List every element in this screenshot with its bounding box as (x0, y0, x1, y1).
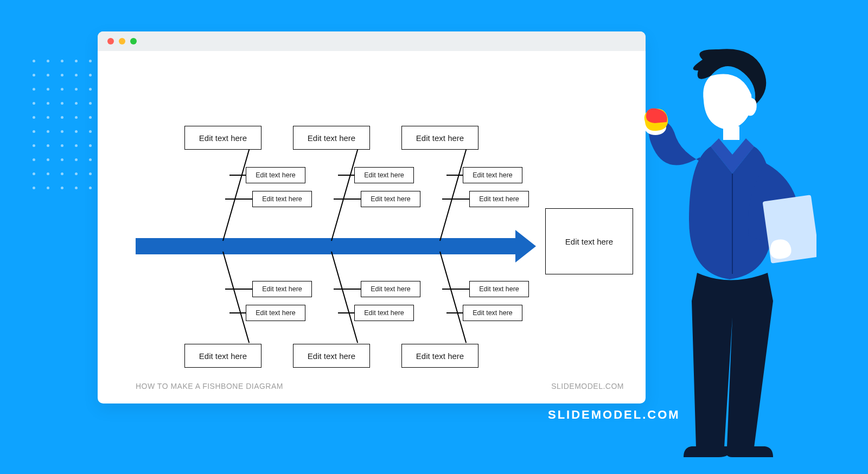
cause-box[interactable]: Edit text here (463, 167, 522, 183)
tick (446, 175, 463, 176)
fishbone-diagram: Edit text here Edit text here Edit text … (136, 116, 624, 371)
window-titlebar (98, 31, 646, 51)
cause-box[interactable]: Edit text here (354, 305, 414, 321)
footer-right-text: SLIDEMODEL.COM (551, 382, 624, 390)
category-top-3[interactable]: Edit text here (401, 126, 478, 150)
bone-top-3 (439, 150, 467, 241)
bone-top-2 (331, 150, 358, 241)
person-illustration (637, 46, 816, 458)
cause-box[interactable]: Edit text here (354, 167, 414, 183)
tick (442, 198, 469, 200)
tick (229, 312, 246, 313)
svg-rect-0 (723, 126, 739, 140)
category-top-2[interactable]: Edit text here (293, 126, 370, 150)
spine-arrow (136, 238, 515, 254)
cause-box[interactable]: Edit text here (469, 281, 529, 297)
minimize-icon[interactable] (119, 38, 125, 44)
footer-left-text: HOW TO MAKE A FISHBONE DIAGRAM (136, 382, 283, 390)
page-background: // generate dots grid Edit text here (0, 0, 868, 474)
tick (225, 198, 252, 200)
cause-box[interactable]: Edit text here (246, 167, 305, 183)
tick (338, 312, 354, 313)
category-bottom-1[interactable]: Edit text here (184, 344, 261, 368)
tick (229, 175, 246, 176)
cause-box[interactable]: Edit text here (252, 191, 312, 207)
bone-top-1 (222, 150, 250, 241)
category-bottom-3[interactable]: Edit text here (401, 344, 478, 368)
category-bottom-2[interactable]: Edit text here (293, 344, 370, 368)
tick (334, 289, 361, 290)
cause-box[interactable]: Edit text here (469, 191, 529, 207)
slide-canvas: Edit text here Edit text here Edit text … (98, 51, 646, 403)
tick (338, 175, 354, 176)
effect-box[interactable]: Edit text here (545, 208, 633, 274)
cause-box[interactable]: Edit text here (246, 305, 305, 321)
tick (225, 289, 252, 290)
cause-box[interactable]: Edit text here (361, 281, 420, 297)
cause-box[interactable]: Edit text here (361, 191, 420, 207)
tick (446, 312, 463, 313)
close-icon[interactable] (107, 38, 114, 44)
tick (334, 198, 361, 200)
bone-bottom-1 (222, 252, 250, 343)
cause-box[interactable]: Edit text here (252, 281, 312, 297)
tick (442, 289, 469, 290)
bone-bottom-3 (439, 252, 467, 343)
spine-arrowhead (515, 230, 536, 262)
maximize-icon[interactable] (130, 38, 137, 44)
app-window: Edit text here Edit text here Edit text … (98, 31, 646, 403)
category-top-1[interactable]: Edit text here (184, 126, 261, 150)
cause-box[interactable]: Edit text here (463, 305, 522, 321)
bone-bottom-2 (331, 252, 358, 343)
